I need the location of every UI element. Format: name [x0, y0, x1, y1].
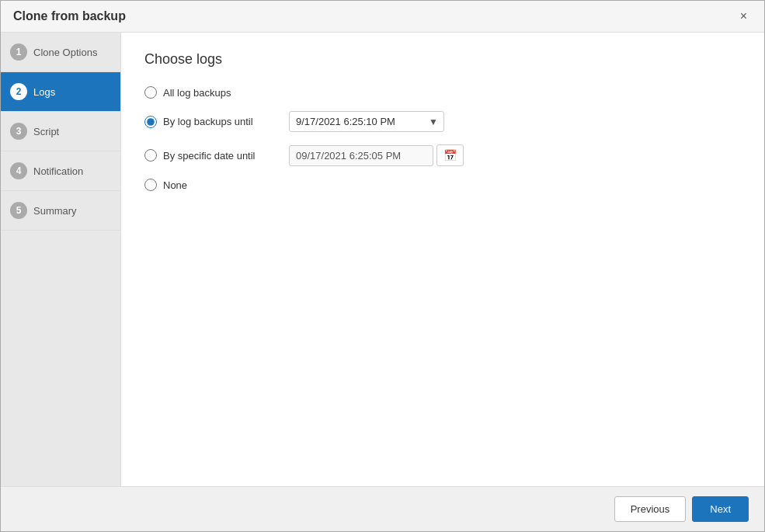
calendar-button[interactable]: 📅 — [436, 144, 464, 166]
next-button[interactable]: Next — [692, 496, 749, 522]
sidebar-label-logs: Logs — [33, 86, 55, 98]
sidebar-item-logs[interactable]: 2 Logs — [1, 72, 120, 112]
sidebar-label-summary: Summary — [33, 205, 77, 217]
label-by-log-backups-until[interactable]: By log backups until — [163, 116, 280, 127]
close-button[interactable]: × — [735, 9, 752, 24]
label-none[interactable]: None — [163, 179, 280, 191]
dialog-header: Clone from backup × — [1, 1, 764, 33]
log-backup-dropdown[interactable]: 9/17/2021 6:25:10 PM — [289, 111, 444, 132]
step-num-2: 2 — [10, 83, 27, 100]
option-row-by-specific-date: By specific date until 📅 — [144, 144, 741, 166]
content-title: Choose logs — [144, 51, 741, 68]
dialog-footer: Previous Next — [1, 486, 764, 531]
radio-none[interactable] — [144, 179, 157, 191]
previous-button[interactable]: Previous — [614, 496, 687, 522]
step-num-5: 5 — [10, 202, 27, 219]
sidebar-label-clone-options: Clone Options — [33, 47, 97, 58]
clone-from-backup-dialog: Clone from backup × 1 Clone Options 2 Lo… — [0, 0, 765, 532]
option-row-by-log-backups: By log backups until 9/17/2021 6:25:10 P… — [144, 111, 741, 132]
sidebar-item-script[interactable]: 3 Script — [1, 112, 120, 151]
sidebar-label-script: Script — [33, 126, 59, 137]
radio-by-log-backups-until[interactable] — [144, 116, 157, 128]
radio-by-specific-date-until[interactable] — [144, 149, 157, 162]
sidebar: 1 Clone Options 2 Logs 3 Script 4 Notifi… — [1, 33, 121, 486]
dialog-body: 1 Clone Options 2 Logs 3 Script 4 Notifi… — [1, 33, 764, 486]
label-by-specific-date-until[interactable]: By specific date until — [163, 150, 280, 162]
dialog-title: Clone from backup — [13, 9, 126, 23]
sidebar-item-clone-options[interactable]: 1 Clone Options — [1, 33, 120, 72]
step-num-1: 1 — [10, 43, 27, 61]
dropdown-wrapper: 9/17/2021 6:25:10 PM ▼ — [289, 111, 444, 132]
step-num-3: 3 — [10, 123, 27, 140]
sidebar-item-summary[interactable]: 5 Summary — [1, 191, 120, 231]
step-num-4: 4 — [10, 162, 27, 179]
option-row-all-log-backups: All log backups — [144, 86, 741, 99]
calendar-icon: 📅 — [443, 149, 457, 162]
sidebar-item-notification[interactable]: 4 Notification — [1, 151, 120, 191]
label-all-log-backups[interactable]: All log backups — [163, 87, 280, 99]
main-content: Choose logs All log backups By log backu… — [121, 33, 764, 486]
specific-date-input[interactable] — [289, 145, 433, 166]
radio-all-log-backups[interactable] — [144, 86, 157, 99]
date-input-container: 📅 — [289, 144, 464, 166]
option-row-none: None — [144, 179, 741, 191]
dropdown-container: 9/17/2021 6:25:10 PM ▼ — [289, 111, 444, 132]
sidebar-label-notification: Notification — [33, 165, 83, 177]
